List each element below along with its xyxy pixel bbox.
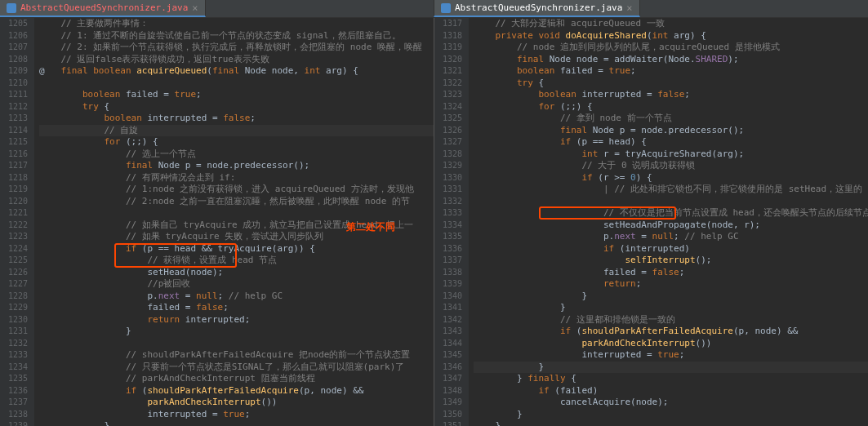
tab-left-file[interactable]: AbstractQueuedSynchronizer.java × — [0, 0, 206, 17]
right-editor-pane[interactable]: 1317131813191320132113221323132413251326… — [434, 18, 868, 426]
tab-right-file[interactable]: AbstractQueuedSynchronizer.java × — [434, 0, 640, 17]
right-gutter: 1317131813191320132113221323132413251326… — [434, 18, 469, 426]
close-icon[interactable]: × — [192, 2, 198, 14]
annotation-label: 第二处不同 — [346, 220, 395, 234]
java-file-icon — [7, 3, 16, 13]
close-icon[interactable]: × — [626, 2, 632, 14]
java-file-icon — [441, 3, 451, 13]
tab-label: AbstractQueuedSynchronizer.java — [20, 2, 188, 13]
tab-label: AbstractQueuedSynchronizer.java — [455, 2, 622, 13]
right-code[interactable]: // 大部分逻辑和 acquireQueued 一致 private void … — [469, 18, 868, 426]
tab-bar: AbstractQueuedSynchronizer.java × Abstra… — [0, 0, 868, 18]
left-gutter: 1205120612071208120912101211121212131214… — [0, 18, 34, 426]
split-editor: 1205120612071208120912101211121212131214… — [0, 18, 868, 426]
